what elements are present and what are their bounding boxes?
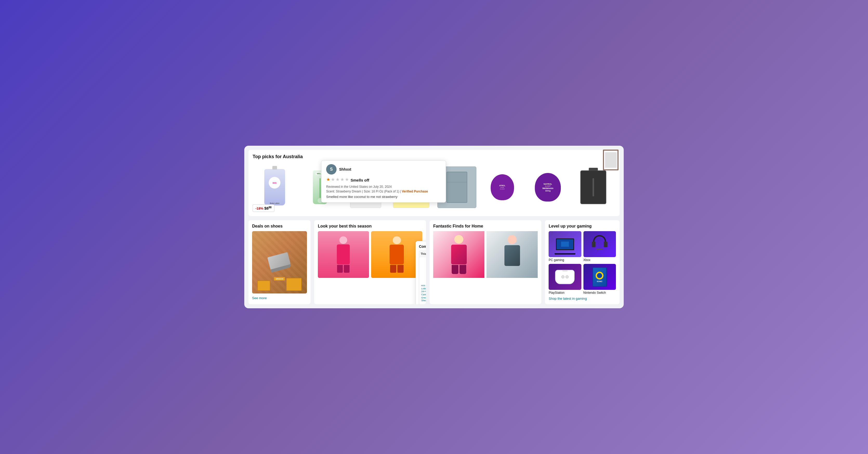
gaming-label-ps: PlayStation [549,291,581,295]
gaming-img-xbox[interactable] [583,231,616,257]
review-text: Smelled more like coconut to me not stra… [326,195,441,199]
fashion-img-2[interactable] [371,231,422,278]
this-item-header: This Item [421,253,426,255]
gaming-label-xbox: Xbox [583,258,616,262]
star-1: ★ [326,176,330,182]
gaming-label-switch: Nintendo Switch [583,291,616,295]
review-tooltip: S Shhxxt ★ ★ ★ ★ ★ Smells off Reviewed i… [321,160,446,203]
home-img-2[interactable] [487,231,538,278]
price-cents: 98 [269,206,272,209]
main-container: Top picks for Australia eos Body Lotion … [244,146,624,308]
fashion-images [318,231,422,278]
gaming-images: PC gaming [549,231,616,295]
compare-title: Compare with similar items [419,245,426,249]
home-img-1[interactable] [433,231,485,278]
review-scent-label: Scent: [326,190,336,193]
review-meta: Scent: Strawberry Dream | Size: 16 Fl Oz… [326,190,441,193]
reviewer-avatar: S [326,164,337,174]
star-2: ★ [331,176,335,182]
home-section: Fantastic Finds for Home [430,220,541,304]
review-scent: Strawberry Dream [336,190,361,193]
review-date: Reviewed in the United States on July 20… [326,185,441,189]
review-rating-row: ★ ★ ★ ★ ★ Smells off [326,176,441,183]
gaming-item-switch: SONIC Nintendo Switch [583,264,616,295]
home-title: Fantastic Finds for Home [433,224,538,229]
shoes-title: Deals on shoes [252,224,307,229]
reviewer-header: S Shhxxt [326,164,441,174]
gaming-img-switch[interactable]: SONIC [583,264,616,290]
fashion-person-1 [318,231,369,278]
discount-badge: -18% [255,206,263,210]
compare-product-1-title[interactable]: eos Shea Better Body Lotion- Vanilla Cas… [421,284,426,302]
fashion-img-1[interactable] [318,231,369,278]
see-more-link[interactable]: See more [252,296,267,300]
gaming-img-ps[interactable] [549,264,581,290]
review-stars: ★ ★ ★ ★ ★ [326,176,349,182]
gaming-title: Level up your gaming [549,224,616,229]
review-title: Smells off [350,178,369,182]
gaming-label-pc: PC gaming [549,258,581,262]
gaming-img-pc[interactable] [549,231,581,257]
shoes-image[interactable]: amazon [252,231,307,293]
price-dollar: $8 [264,206,269,210]
star-3: ★ [336,176,340,182]
shoes-section: Deals on shoes amazon See more [248,220,311,304]
star-5: ★ [345,176,349,182]
fashion-section: Look your best this season [314,220,426,304]
product-natrol-kids[interactable]: ATROL KIDS SLEEP [480,163,524,212]
eos-price-tag: -18% $898 [253,204,274,212]
fashion-title: Look your best this season [318,224,422,229]
gaming-item-ps: PlayStation [549,264,581,295]
product-eos-lotion[interactable]: eos Body Lotion -18% $898 [253,163,297,212]
bottom-row: Deals on shoes amazon See more Look your… [248,220,620,304]
gaming-section: Level up your gaming [545,220,620,304]
review-size: 16 Fl Oz (Pack of 1) [372,190,399,193]
star-4: ★ [340,176,344,182]
gaming-item-pc: PC gaming [549,231,581,262]
shop-gaming-link[interactable]: Shop the latest in gaming [549,297,616,300]
verified-badge: Verified Purchase [402,190,428,193]
fashion-person-2 [371,231,422,278]
review-size-label: Size: [364,190,372,193]
home-person-content-1 [433,231,485,278]
top-picks-title: Top picks for Australia [253,154,615,159]
reviewer-name: Shhxxt [339,167,351,171]
home-person-content-2 [487,231,538,278]
top-picks-section: Top picks for Australia eos Body Lotion … [248,150,620,216]
product-natrol-melatonin[interactable]: NATROL SLEEP Melatonin 10mg [526,163,570,212]
gaming-item-xbox: Xbox [583,231,616,262]
compare-col-1: eos eos Shea Better Body Lotion- Vanilla… [419,257,426,304]
home-images [433,231,538,278]
compare-overlay: Compare with similar items This Item Rec… [415,241,426,304]
